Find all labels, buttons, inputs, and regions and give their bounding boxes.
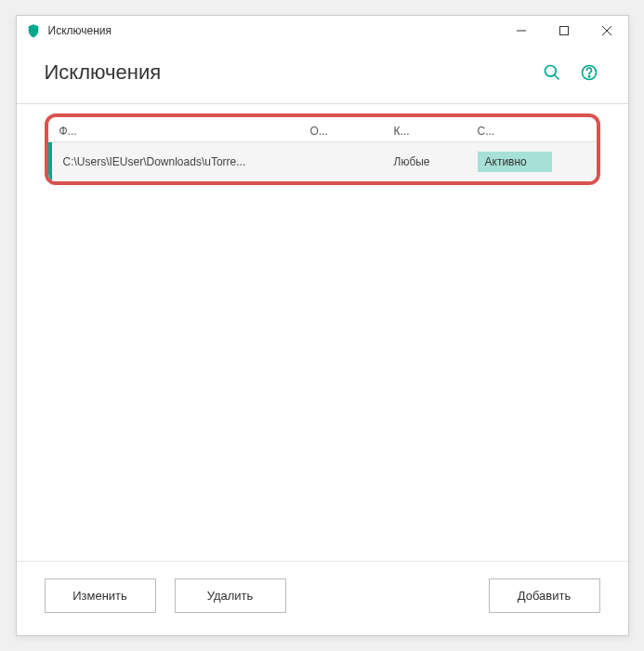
minimize-button[interactable] — [500, 16, 543, 46]
add-button[interactable]: Добавить — [489, 578, 600, 613]
cell-component: Любые — [394, 155, 478, 168]
titlebar: Исключения — [17, 16, 628, 46]
table-row[interactable]: C:\Users\IEUser\Downloads\uTorre... Любы… — [48, 142, 597, 181]
maximize-button[interactable] — [543, 16, 585, 46]
status-badge: Активно — [478, 152, 552, 172]
footer: Изменить Удалить Добавить — [17, 561, 628, 635]
table-header: Ф... О... К... С... — [48, 117, 597, 142]
svg-point-7 — [588, 76, 589, 77]
page-header: Исключения — [17, 46, 628, 104]
shield-icon — [26, 23, 41, 38]
page-title: Исключения — [45, 60, 526, 85]
window-title: Исключения — [48, 24, 500, 37]
svg-line-5 — [554, 75, 559, 80]
col-file: Ф... — [59, 125, 310, 138]
help-icon[interactable] — [578, 61, 600, 84]
col-component: К... — [394, 125, 478, 138]
col-status: С... — [478, 125, 585, 138]
exclusions-table: Ф... О... К... С... C:\Users\IEUser\Down… — [45, 113, 600, 185]
delete-button[interactable]: Удалить — [175, 578, 286, 613]
spacer — [305, 578, 470, 613]
window-controls — [500, 16, 628, 46]
app-window: Исключения Исключения Ф... О... К — [16, 15, 629, 636]
cell-file: C:\Users\IEUser\Downloads\uTorre... — [63, 155, 310, 168]
col-object: О... — [310, 125, 394, 138]
close-button[interactable] — [585, 16, 628, 46]
content-area: Ф... О... К... С... C:\Users\IEUser\Down… — [17, 104, 628, 561]
svg-rect-1 — [559, 27, 568, 35]
search-icon[interactable] — [541, 61, 563, 84]
edit-button[interactable]: Изменить — [45, 578, 156, 613]
svg-point-4 — [545, 66, 556, 77]
